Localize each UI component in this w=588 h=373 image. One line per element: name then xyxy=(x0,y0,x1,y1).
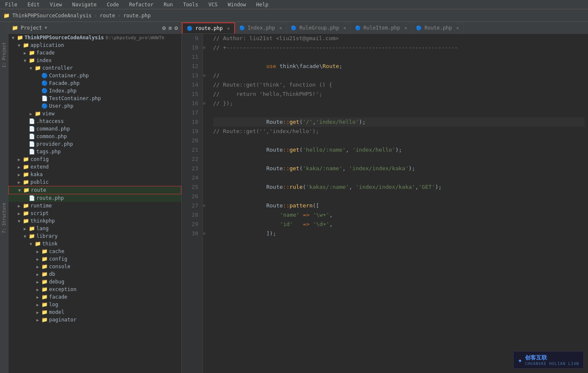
left-tab-structure[interactable]: 7: Structure xyxy=(1,199,7,237)
left-tab-project[interactable]: 1: Project xyxy=(1,39,7,71)
ln-20: 20 xyxy=(185,136,198,145)
tree-public[interactable]: ▶ 📁 public xyxy=(8,178,181,186)
gutter-13-fold[interactable]: ⊖ xyxy=(203,71,210,80)
tree-htaccess[interactable]: 📄 .htaccess xyxy=(8,117,181,125)
tree-log[interactable]: ▶ 📁 log xyxy=(8,301,181,308)
sidebar-sync-icon[interactable]: ⚙ xyxy=(162,25,166,31)
cache-arrow: ▶ xyxy=(35,249,41,254)
tree-thinkphp[interactable]: ▼ 📁 thinkphp xyxy=(8,217,181,225)
gutter-16-fold[interactable]: ⊖ xyxy=(203,99,210,108)
console-arrow: ▶ xyxy=(35,264,41,269)
breadcrumb-file[interactable]: route.php xyxy=(123,13,150,19)
sidebar-dropdown-icon[interactable]: ▼ xyxy=(45,25,47,30)
tab-route-php-close[interactable]: × xyxy=(227,26,230,31)
menu-help[interactable]: Help xyxy=(254,1,270,8)
tree-testcontainer[interactable]: 📄 TestContainer.php xyxy=(8,95,181,102)
tree-kaka[interactable]: ▶ 📁 kaka xyxy=(8,171,181,178)
tree-lang[interactable]: ▶ 📁 lang xyxy=(8,225,181,232)
menu-view[interactable]: View xyxy=(48,1,64,8)
tree-view[interactable]: ▶ 📁 view xyxy=(8,110,181,117)
tree-index[interactable]: ▼ 📁 index xyxy=(8,57,181,64)
tab-ruleitem-php[interactable]: 🔵 RuleItem.php × xyxy=(351,22,412,33)
sidebar-settings-icon[interactable]: ⚙ xyxy=(175,25,178,31)
tree-db[interactable]: ▶ 📁 db xyxy=(8,270,181,278)
tree-provider[interactable]: 📄 provider.php xyxy=(8,140,181,148)
tree-root[interactable]: ▼ 📁 ThinkPHPSourceCodeAnalysis D:\phpstu… xyxy=(8,34,181,41)
menu-vcs[interactable]: VCS xyxy=(207,1,219,8)
menu-refactor[interactable]: Refactor xyxy=(127,1,155,8)
tree-indexphp[interactable]: 🔵 Index.php xyxy=(8,87,181,95)
tree-facade2[interactable]: ▶ 📁 facade xyxy=(8,293,181,301)
tree-library[interactable]: ▼ 📁 library xyxy=(8,232,181,240)
tree-extend[interactable]: ▶ 📁 extend xyxy=(8,163,181,171)
tab-rulegroup-php-close[interactable]: × xyxy=(343,25,346,31)
tab-ruleitem-php-close[interactable]: × xyxy=(405,25,407,31)
code-comment-10: // +------------------------------------… xyxy=(213,43,458,52)
tree-application[interactable]: ▼ 📁 application xyxy=(8,41,181,49)
tree-think[interactable]: ▼ 📁 think xyxy=(8,240,181,248)
gutter-15 xyxy=(203,90,210,99)
tree-exception[interactable]: ▶ 📁 exception xyxy=(8,286,181,293)
menu-file[interactable]: File xyxy=(3,1,19,8)
tree-cache[interactable]: ▶ 📁 cache xyxy=(8,248,181,255)
tree-config2[interactable]: ▶ 📁 config xyxy=(8,255,181,263)
menu-tools[interactable]: Tools xyxy=(181,1,200,8)
menu-window[interactable]: Window xyxy=(226,1,248,8)
config2-label: config xyxy=(49,256,67,262)
tab-index-php-close[interactable]: × xyxy=(279,25,282,31)
main-layout: 1: Project 7: Structure 📁 Project ▼ ⚙ ≡ … xyxy=(0,22,588,373)
ln-11: 11 xyxy=(185,52,198,62)
tree-tags[interactable]: 📄 tags.php xyxy=(8,148,181,155)
tree-common[interactable]: 📄 common.php xyxy=(8,133,181,140)
tree-controller[interactable]: ▼ 📁 controller xyxy=(8,64,181,72)
tree-facadephp[interactable]: 🔵 Facade.php xyxy=(8,79,181,87)
gutter-30-fold[interactable]: ⊖ xyxy=(203,229,210,238)
close-18: ); xyxy=(359,119,366,125)
paren-21: ( xyxy=(299,147,303,153)
tab-route-class-php[interactable]: 🔵 Route.php × xyxy=(412,22,464,33)
tree-facade[interactable]: ▶ 📁 facade xyxy=(8,49,181,57)
breadcrumb-project[interactable]: ThinkPHPSourceCodeAnalysis xyxy=(12,13,92,19)
tree-runtime[interactable]: ▶ 📁 runtime xyxy=(8,202,181,210)
tree-script[interactable]: ▶ 📁 script xyxy=(8,210,181,217)
gutter: ⊖ ⊖ ⊖ ⊖ ⊖ xyxy=(203,34,210,373)
menu-edit[interactable]: Edit xyxy=(26,1,41,8)
code-line-23: Route::get('kaka/:name', 'index/index/ka… xyxy=(213,164,585,173)
userphp-label: User.php xyxy=(49,103,74,109)
tree-routephp[interactable]: 📄 route.php xyxy=(8,194,181,202)
tree-debug[interactable]: ▶ 📁 debug xyxy=(8,278,181,286)
tab-rulegroup-php[interactable]: 🔵 RuleGroup.php × xyxy=(287,22,351,33)
tab-route-class-php-close[interactable]: × xyxy=(456,25,459,31)
tab-index-php[interactable]: 🔵 Index.php × xyxy=(235,22,287,33)
tab-route-php[interactable]: 🔵 route.php × xyxy=(182,22,235,33)
app-folder-icon: 📁 xyxy=(22,42,30,48)
breadcrumb-folder[interactable]: route xyxy=(100,13,115,19)
tree-config[interactable]: ▶ 📁 config xyxy=(8,155,181,163)
code-line-25: Route::rule('kakas/:name', 'index/index/… xyxy=(213,182,585,192)
app-arrow: ▼ xyxy=(16,43,22,48)
line-numbers: 9 10 11 12 13 14 15 16 17 18 19 20 21 22… xyxy=(182,34,203,373)
ctrl-folder-icon: 📁 xyxy=(34,65,41,71)
menu-navigate[interactable]: Navigate xyxy=(71,1,98,8)
ctrl-arrow: ▼ xyxy=(28,66,34,71)
code-comment-16: // }); xyxy=(213,99,233,108)
tree-userphp[interactable]: 🔵 User.php xyxy=(8,102,181,110)
tree-route[interactable]: ▼ 📁 route xyxy=(8,186,181,194)
gutter-10-fold[interactable]: ⊖ xyxy=(203,43,210,52)
extend-arrow: ▶ xyxy=(16,165,22,169)
lang-arrow: ▶ xyxy=(22,226,28,231)
close-25: ); xyxy=(435,184,442,190)
tree-command[interactable]: 📄 command.php xyxy=(8,125,181,133)
code-editor[interactable]: 9 10 11 12 13 14 15 16 17 18 19 20 21 22… xyxy=(182,34,588,373)
tree-paginator[interactable]: ▶ 📁 paginator xyxy=(8,316,181,324)
tree-console[interactable]: ▶ 📁 console xyxy=(8,263,181,270)
code-content[interactable]: // Author: liu21st <liu21st@gmail.com> /… xyxy=(210,34,588,373)
menu-run[interactable]: Run xyxy=(162,1,175,8)
sidebar-collapse-icon[interactable]: ≡ xyxy=(168,25,172,31)
gutter-27-fold[interactable]: ⊖ xyxy=(203,201,210,210)
tree-container[interactable]: 🔵 Container.php xyxy=(8,72,181,79)
tree-model[interactable]: ▶ 📁 model xyxy=(8,308,181,316)
gutter-22 xyxy=(203,155,210,164)
route-class-23: Route xyxy=(266,165,283,172)
menu-code[interactable]: Code xyxy=(105,1,121,8)
